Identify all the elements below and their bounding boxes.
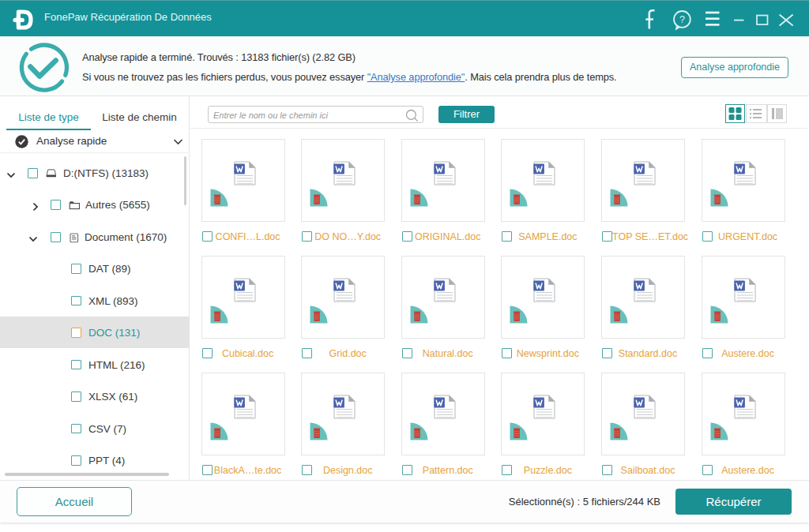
svg-text:?: ? [679,14,685,25]
